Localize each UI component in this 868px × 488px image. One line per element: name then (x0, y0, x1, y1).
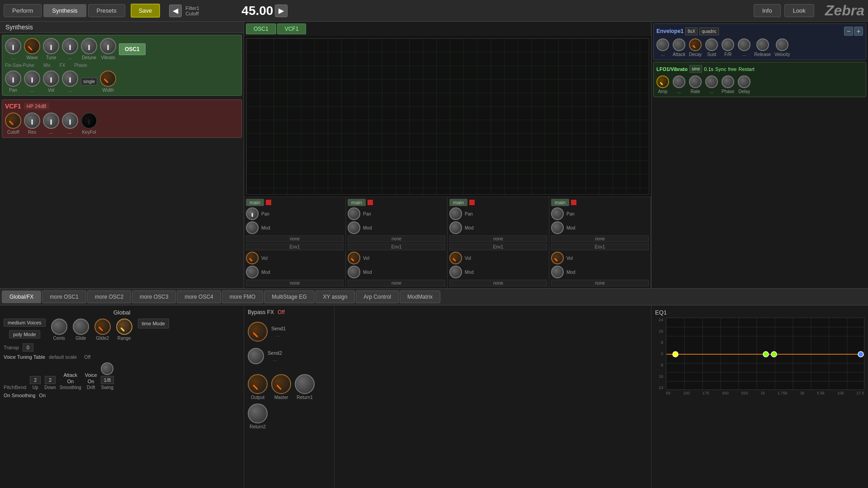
osc1-pan-knob[interactable] (5, 70, 21, 87)
ch2-sel2[interactable]: none (348, 280, 445, 286)
nav-prev-button[interactable]: ◀ (169, 5, 182, 17)
lfo-amp-knob[interactable] (656, 75, 669, 88)
master-knob[interactable] (271, 374, 291, 394)
tab-presets[interactable]: Presets (88, 4, 125, 17)
ch4-env[interactable]: Env1 (551, 244, 649, 250)
vcf1-res-knob[interactable] (24, 113, 40, 129)
ch4-mod2-knob[interactable] (551, 266, 564, 278)
mode-select[interactable]: poly Mode (9, 330, 40, 338)
ch4-pan-knob[interactable] (551, 207, 564, 220)
ch1-vol-knob[interactable] (246, 252, 259, 264)
tab-more-osc3[interactable]: more OSC3 (132, 291, 176, 303)
env-velocity-knob[interactable] (776, 38, 788, 51)
ch3-vol-knob[interactable] (449, 252, 462, 264)
ch3-pan-knob[interactable] (449, 207, 462, 220)
tab-more-osc1[interactable]: more OSC1 (42, 291, 86, 303)
ch1-sel1[interactable]: none (246, 235, 344, 242)
tab-more-osc2[interactable]: more OSC2 (87, 291, 131, 303)
ch3-sel2[interactable]: none (449, 280, 547, 286)
osc1-type-button[interactable]: OSC1 (119, 43, 146, 55)
tab-more-fmo[interactable]: more FMO (222, 291, 263, 303)
osc1-dots-knob[interactable] (24, 70, 40, 87)
tab-arp-control[interactable]: Arp Control (356, 291, 399, 303)
env-sust-knob[interactable] (705, 38, 718, 51)
osc1-tab[interactable]: OSC1 (246, 23, 276, 34)
voices-select[interactable]: medium Voices (4, 319, 46, 327)
vcf1-tab[interactable]: VCF1 (277, 23, 307, 34)
env-attack-knob[interactable] (673, 38, 685, 51)
env-decay-knob[interactable] (689, 38, 702, 51)
vcf1-keyfol-knob[interactable] (81, 113, 97, 129)
ch1-env[interactable]: Env1 (246, 244, 344, 250)
send2-knob[interactable] (248, 348, 264, 364)
eq-node-2[interactable] (763, 352, 769, 357)
vcf1-cutoff-knob[interactable] (5, 113, 21, 129)
save-button[interactable]: Save (131, 4, 160, 18)
osc1-detune-knob[interactable] (81, 38, 97, 54)
ch1-pan-knob[interactable] (246, 207, 259, 220)
swing-knob[interactable] (101, 362, 113, 375)
osc1-vol-knob[interactable] (43, 70, 59, 87)
envelope-type1[interactable]: 8sX (685, 28, 698, 35)
env-knob1[interactable] (656, 38, 669, 51)
look-button[interactable]: Look (784, 4, 814, 17)
lfo-knob2[interactable] (673, 75, 685, 88)
ch3-mod1-knob[interactable] (449, 221, 462, 234)
glide-knob[interactable] (73, 319, 89, 335)
time-mode-label[interactable]: time Mode (142, 321, 165, 326)
lfo-phase-knob[interactable] (722, 75, 734, 88)
nav-next-button[interactable]: ▶ (275, 5, 288, 17)
eq-node-1[interactable] (673, 352, 678, 357)
tab-modmatrix[interactable]: ModMatrix (400, 291, 440, 303)
ch4-mod1-knob[interactable] (551, 221, 564, 234)
env-knob6[interactable] (738, 38, 750, 51)
osc1-wave-knob[interactable] (24, 38, 40, 54)
ch1-sel2[interactable]: none (246, 280, 344, 286)
osc1-knob1[interactable] (5, 38, 21, 54)
osc1-dots2-knob[interactable] (62, 70, 78, 87)
osc1-tune-knob[interactable] (43, 38, 59, 54)
output-knob[interactable] (248, 374, 268, 394)
send1-knob[interactable] (248, 322, 268, 342)
osc1-knob4[interactable] (62, 38, 78, 54)
tab-xy-assign[interactable]: XY assign (316, 291, 355, 303)
cents-knob[interactable] (51, 319, 67, 335)
ch3-mod2-knob[interactable] (449, 266, 462, 278)
tab-perform[interactable]: Perform (4, 4, 42, 17)
lfo-waveform-select[interactable]: sine (689, 65, 702, 73)
poly-select[interactable]: single (81, 78, 97, 85)
ch4-vol-knob[interactable] (551, 252, 564, 264)
return2-knob[interactable] (248, 404, 268, 423)
envelope-minus-button[interactable]: − (844, 27, 853, 36)
eq-node-4[interactable] (858, 352, 863, 357)
tab-more-osc4[interactable]: more OSC4 (177, 291, 221, 303)
info-button[interactable]: Info (754, 4, 781, 17)
vcf1-mode[interactable]: HP 24dB (24, 103, 49, 110)
ch2-pan-knob[interactable] (348, 207, 360, 220)
eq-node-3[interactable] (771, 352, 777, 357)
ch1-mod1-knob[interactable] (246, 221, 259, 234)
lfo-knob4[interactable] (705, 75, 718, 88)
ch2-mod1-knob[interactable] (348, 221, 360, 234)
tab-synthesis[interactable]: Synthesis (43, 4, 86, 17)
ch2-mod2-knob[interactable] (348, 266, 360, 278)
return1-knob[interactable] (295, 374, 315, 394)
ch2-sel1[interactable]: none (348, 235, 445, 242)
lfo-delay-knob[interactable] (738, 75, 750, 88)
ch3-sel1[interactable]: none (449, 235, 547, 242)
vcf1-knob4[interactable] (62, 113, 78, 129)
glide2-knob[interactable] (94, 319, 111, 335)
env-fr-knob[interactable] (722, 38, 734, 51)
range-knob[interactable] (116, 319, 132, 335)
tab-global-fx[interactable]: Global/FX (2, 291, 41, 303)
envelope-type2[interactable]: quadric (699, 28, 719, 35)
ch4-sel2[interactable]: none (551, 280, 649, 286)
ch4-sel1[interactable]: none (551, 235, 649, 242)
env-release-knob[interactable] (756, 38, 769, 51)
osc1-width-knob[interactable] (100, 70, 116, 87)
lfo-rate-knob[interactable] (689, 75, 702, 88)
ch2-vol-knob[interactable] (348, 252, 360, 264)
tab-multistage[interactable]: MultiStage EG (264, 291, 314, 303)
envelope-plus-button[interactable]: + (854, 27, 863, 36)
ch1-mod2-knob[interactable] (246, 266, 259, 278)
